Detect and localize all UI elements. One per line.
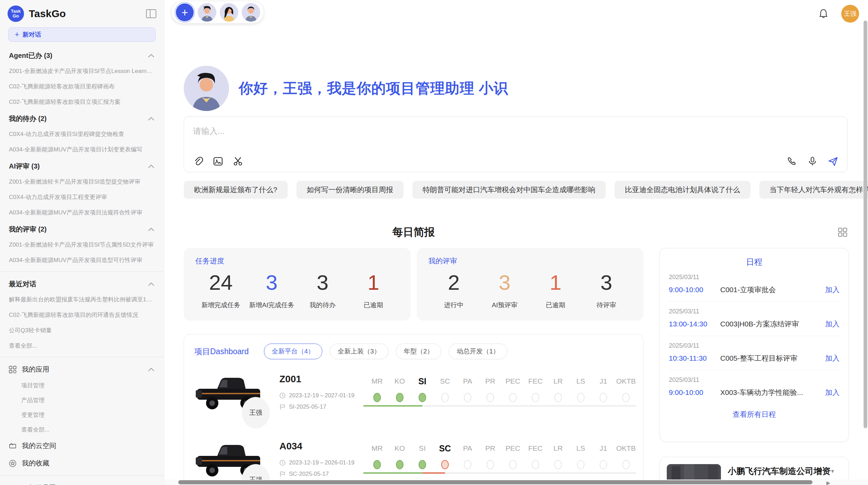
vertical-scrollbar[interactable]	[864, 21, 867, 428]
milestone: FEC	[524, 442, 547, 469]
sidebar-item[interactable]: Z001-全新燃油皮卡产品开发项目SI节点Lesson Learn报告	[0, 63, 164, 79]
milestone: KO	[388, 442, 411, 469]
schedule-title: 日程	[669, 257, 840, 268]
phone-icon[interactable]	[787, 156, 797, 166]
sidebar-item[interactable]: Z001-全新燃油轻卡产品开发项目SI节点属性5D文件评审	[0, 237, 164, 252]
project-row[interactable]: 王强 A034 2023-12-19～2026-01-19 SC-2025-05…	[194, 440, 633, 484]
schedule-item: 2025/03/11 10:30-11:30 C005-整车工程目标评审 加入	[669, 336, 840, 370]
scissors-icon[interactable]	[233, 156, 243, 166]
join-button[interactable]: 加入	[825, 285, 840, 295]
sidebar-item[interactable]: A034-全新新能源MUV产品开发项目造型可行性评审	[0, 252, 164, 268]
timeline-segment	[490, 472, 513, 474]
timeline-segment	[513, 472, 535, 474]
avatar-session-3[interactable]	[242, 3, 260, 22]
milestone-node	[532, 460, 539, 469]
milestone-label: KO	[388, 375, 411, 387]
milestone-node	[464, 393, 471, 402]
sidebar-collapse-icon[interactable]	[146, 9, 156, 18]
chat-input[interactable]: 请输入...	[184, 116, 847, 172]
timeline-segment	[558, 472, 581, 474]
recent-view-all[interactable]: 查看全部...	[0, 338, 164, 353]
milestone-node	[464, 460, 471, 469]
suggestion-chip[interactable]: 特朗普可能对进口汽车增税会对中国车企造成哪些影响	[412, 181, 606, 199]
join-button[interactable]: 加入	[825, 353, 840, 363]
send-icon[interactable]	[828, 156, 838, 166]
app-sub-item[interactable]: 查看全部...	[0, 422, 164, 437]
suggestion-chip[interactable]: 当下年轻人对汽车外观有怎样的喜好趋势	[759, 181, 868, 199]
project-row[interactable]: 王强 Z001 2023-12-19～2027-01-19 SI-2025-05…	[194, 373, 633, 426]
dashboard-filter[interactable]: 全新上装（3）	[330, 344, 388, 359]
stat: 3AI预评审	[479, 269, 530, 310]
notifications-bell-icon[interactable]	[819, 9, 828, 19]
dashboard-filter[interactable]: 年型（2）	[396, 344, 442, 359]
microphone-icon[interactable]	[807, 156, 818, 166]
sidebar-section-header[interactable]: 我的待办 (2)	[0, 110, 164, 126]
milestone: SC	[434, 442, 456, 469]
sidebar-section-header[interactable]: 我的评审 (2)	[0, 220, 164, 237]
timeline-segment	[468, 472, 490, 474]
sidebar-item[interactable]: C0X4-动力总成开发项目工程变更评审	[0, 189, 164, 205]
grid-icon	[9, 366, 16, 373]
attachment-icon[interactable]	[193, 156, 203, 166]
sidebar-item-my-apps[interactable]: 我的应用	[0, 361, 164, 378]
sidebar-item[interactable]: C02-飞腾新能源轻客改款项目立项汇报方案	[0, 94, 164, 110]
sidebar-item[interactable]: Z001-全新燃油轻卡产品开发项目SI造型提交物评审	[0, 174, 164, 189]
join-button[interactable]: 加入	[825, 319, 840, 329]
avatar-session-1[interactable]	[198, 3, 216, 22]
new-chat-button[interactable]: + 新对话	[8, 27, 156, 42]
app-sub-item[interactable]: 变更管理	[0, 408, 164, 422]
layout-grid-icon[interactable]	[838, 227, 847, 237]
scroll-down-arrow-icon[interactable]: ▼	[830, 468, 835, 474]
logo-text-bottom: Go	[13, 14, 19, 18]
view-all-schedule[interactable]: 查看所有日程	[669, 410, 840, 419]
image-icon[interactable]	[213, 156, 223, 166]
suggestion-chip[interactable]: 如何写一份清晰的项目周报	[297, 181, 403, 199]
recent-conversation[interactable]: 解释最新出台的欧盟报废车法规再生塑料比例被调至15%...	[0, 292, 164, 307]
section-recent[interactable]: 最近对话	[0, 275, 164, 292]
recent-conversation[interactable]: C02-飞腾新能源轻客改款项目的闭环通告反馈情况	[0, 307, 164, 323]
sidebar-item-cloud[interactable]: 我的云空间	[0, 437, 164, 455]
sidebar-item[interactable]: C0X4-动力总成开发项目SI里程碑提交物检查	[0, 126, 164, 142]
milestone: SI	[411, 442, 434, 469]
user-avatar[interactable]: 王强	[841, 5, 859, 23]
milestone-label: SC	[434, 375, 456, 387]
cloud-label: 我的云空间	[22, 441, 154, 450]
divider	[0, 475, 164, 476]
avatar-session-2[interactable]	[220, 3, 238, 22]
favorites-label: 我的收藏	[22, 459, 154, 468]
milestone-label: PEC	[502, 442, 524, 455]
greeting-text: 你好，王强，我是你的项目管理助理 小识	[239, 79, 508, 98]
horizontal-scrollbar[interactable]: ▶	[165, 480, 868, 485]
dashboard-filter[interactable]: 全新平台（4）	[264, 344, 323, 359]
milestone: PEC	[502, 375, 524, 402]
add-session-button[interactable]: +	[175, 3, 194, 22]
milestone: LS	[569, 375, 592, 402]
sidebar-item-ai-staff[interactable]: AI超级员工	[0, 479, 164, 485]
milestone-label: FEC	[524, 442, 547, 455]
milestone: LR	[547, 442, 569, 469]
timeline-segment	[581, 472, 603, 474]
app-sub-item[interactable]: 项目管理	[0, 378, 164, 393]
milestone: PR	[479, 375, 502, 402]
milestone: PEC	[502, 442, 524, 469]
sidebar-item[interactable]: C02-飞腾新能源轻客改款项目里程碑画布	[0, 79, 164, 94]
suggestion-chip[interactable]: 比亚迪全固态电池计划具体说了什么	[615, 181, 750, 199]
scroll-right-arrow-icon[interactable]: ▶	[826, 480, 830, 485]
suggestion-chip[interactable]: 欧洲新规最近颁布了什么?	[184, 181, 288, 199]
sidebar-section-header[interactable]: Agent已办 (3)	[0, 47, 164, 63]
timeline-segment	[535, 405, 558, 407]
timeline-segment	[400, 472, 422, 474]
sidebar-section-header[interactable]: AI评审 (3)	[0, 157, 164, 174]
sidebar-item[interactable]: A034-全新新能源MUV产品开发项目计划变更表编写	[0, 142, 164, 157]
dashboard-title: 项目Dashboard	[194, 346, 249, 357]
milestone-label: J1	[592, 375, 615, 387]
sidebar-item-favorites[interactable]: 我的收藏	[0, 455, 164, 472]
milestone: LR	[547, 375, 569, 402]
dashboard-filter[interactable]: 动总开发（1）	[449, 344, 507, 359]
horizontal-scrollbar-thumb[interactable]	[178, 480, 812, 484]
app-sub-item[interactable]: 产品管理	[0, 393, 164, 408]
recent-conversation[interactable]: 公司Q3轻卡销量	[0, 323, 164, 338]
sidebar-item[interactable]: A034-全新新能源MUV产品开发项目法规符合性评审	[0, 205, 164, 220]
join-button[interactable]: 加入	[825, 388, 840, 397]
milestone-label: SI	[411, 375, 434, 387]
